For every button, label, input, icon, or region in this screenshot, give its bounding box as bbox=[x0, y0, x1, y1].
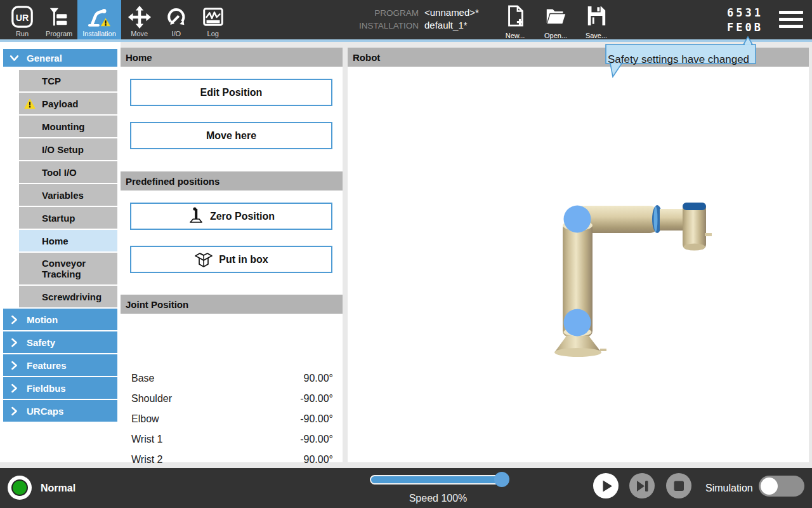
sidebar-item-tool-io[interactable]: Tool I/O bbox=[19, 161, 117, 183]
tab-installation[interactable]: Installation bbox=[77, 0, 121, 39]
speed-slider-handle[interactable] bbox=[494, 472, 509, 487]
tab-run-label: Run bbox=[16, 30, 29, 38]
joint-value: 90.00° bbox=[304, 454, 333, 465]
sidebar-item-screwdriving[interactable]: Screwdriving bbox=[19, 286, 117, 307]
topbar-accent-line bbox=[0, 39, 812, 42]
sidebar-section-fieldbus[interactable]: Fieldbus bbox=[3, 377, 117, 399]
chevron-right-icon bbox=[9, 314, 20, 325]
checksum-line1: 6531 bbox=[727, 6, 763, 20]
sidebar-item-variables[interactable]: Variables bbox=[19, 184, 117, 206]
file-info: PROGRAM <unnamed>* INSTALLATION default_… bbox=[353, 7, 479, 32]
robot-panel: Robot bbox=[348, 48, 809, 462]
speed-label: Speed 100% bbox=[370, 493, 506, 504]
joint-name: Shoulder bbox=[131, 393, 300, 404]
panel-header-joint-position: Joint Position bbox=[121, 295, 343, 314]
edit-position-button[interactable]: Edit Position bbox=[130, 79, 332, 106]
tab-log[interactable]: Log bbox=[195, 0, 232, 39]
tab-move[interactable]: Move bbox=[121, 0, 158, 39]
joint-row-wrist1: Wrist 1 -90.00° bbox=[121, 429, 343, 450]
file-actions: New... Open... bbox=[495, 4, 617, 39]
zero-position-button[interactable]: Zero Position bbox=[130, 203, 332, 230]
sidebar-item-io-setup[interactable]: I/O Setup bbox=[19, 138, 117, 160]
sidebar-item-conveyor-tracking[interactable]: Conveyor Tracking bbox=[19, 253, 117, 284]
open-button[interactable]: Open... bbox=[535, 4, 576, 39]
sidebar-section-motion[interactable]: Motion bbox=[3, 309, 117, 330]
checksum: 6531 FE0B bbox=[727, 6, 763, 35]
tab-program[interactable]: Program bbox=[41, 0, 77, 39]
joint-value: -90.00° bbox=[300, 434, 333, 445]
status-label: Normal bbox=[41, 468, 75, 508]
hamburger-icon bbox=[779, 11, 803, 14]
robot-3d-view bbox=[348, 67, 809, 465]
sidebar-section-general-label: General bbox=[27, 53, 62, 64]
sidebar: General TCP Payload Mounting I/O Setup T… bbox=[0, 42, 121, 462]
joint-row-shoulder: Shoulder -90.00° bbox=[121, 389, 343, 409]
warning-icon bbox=[24, 98, 36, 111]
base-joint-marker bbox=[564, 309, 591, 337]
chevron-right-icon bbox=[9, 406, 20, 417]
simulation-toggle[interactable] bbox=[759, 476, 804, 497]
new-button[interactable]: New... bbox=[495, 4, 535, 39]
new-file-icon bbox=[504, 4, 526, 30]
move-arrows-icon bbox=[128, 5, 152, 29]
tab-io[interactable]: I/O bbox=[158, 0, 195, 39]
joint-value: -90.00° bbox=[300, 413, 333, 425]
speed-slider[interactable] bbox=[370, 475, 506, 485]
joint-row-base: Base 90.00° bbox=[121, 368, 343, 389]
menu-button[interactable] bbox=[779, 11, 803, 32]
sidebar-section-general[interactable]: General bbox=[3, 49, 117, 67]
main-tabs: UR Run Program bbox=[4, 0, 232, 39]
sidebar-item-startup[interactable]: Startup bbox=[19, 207, 117, 229]
safety-tooltip: Safety settings have changed bbox=[608, 53, 749, 66]
status-indicator-icon[interactable] bbox=[8, 476, 32, 500]
chevron-right-icon bbox=[9, 360, 20, 371]
open-button-label: Open... bbox=[544, 32, 567, 39]
program-name: <unnamed>* bbox=[424, 7, 479, 18]
installation-label: INSTALLATION bbox=[353, 21, 419, 30]
panel-header-home: Home bbox=[121, 48, 343, 67]
joint-row-wrist2: Wrist 2 90.00° bbox=[121, 450, 343, 470]
program-tree-icon bbox=[47, 5, 71, 29]
play-icon bbox=[593, 473, 619, 498]
tab-program-label: Program bbox=[46, 30, 72, 38]
polyscope-app: UR Run Program bbox=[0, 0, 812, 508]
home-panel-title: Home bbox=[126, 52, 152, 63]
chevron-right-icon bbox=[9, 337, 20, 348]
tab-io-label: I/O bbox=[171, 30, 181, 38]
save-button[interactable]: Save... bbox=[576, 4, 617, 39]
sidebar-item-mounting[interactable]: Mounting bbox=[19, 116, 117, 137]
joint-name: Base bbox=[131, 373, 304, 384]
box-icon bbox=[194, 250, 213, 270]
joint-value: -90.00° bbox=[300, 393, 333, 404]
stop-button[interactable] bbox=[666, 473, 691, 498]
simulation-toggle-knob bbox=[761, 478, 778, 495]
sidebar-item-payload[interactable]: Payload bbox=[19, 93, 117, 114]
tab-move-label: Move bbox=[131, 30, 148, 38]
log-monitor-icon bbox=[201, 5, 225, 29]
chevron-right-icon bbox=[9, 383, 20, 394]
joint-name: Elbow bbox=[131, 413, 300, 425]
save-button-label: Save... bbox=[586, 32, 607, 39]
sidebar-section-safety[interactable]: Safety bbox=[3, 331, 117, 353]
put-in-box-button[interactable]: Put in box bbox=[130, 246, 332, 273]
joint-value: 90.00° bbox=[304, 373, 333, 384]
home-panel: Home Edit Position Move here Predefined … bbox=[121, 48, 343, 462]
sidebar-item-home[interactable]: Home bbox=[19, 230, 117, 251]
move-here-button[interactable]: Move here bbox=[130, 122, 332, 149]
bottombar: Normal Speed 100% Simulation bbox=[0, 468, 812, 508]
stop-icon bbox=[666, 473, 691, 498]
sidebar-section-urcaps[interactable]: URCaps bbox=[3, 400, 117, 422]
zero-position-robot-icon bbox=[188, 206, 204, 227]
tab-installation-label: Installation bbox=[82, 30, 116, 38]
tab-log-label: Log bbox=[207, 30, 219, 38]
joint-name: Wrist 2 bbox=[131, 454, 304, 465]
play-button[interactable] bbox=[593, 473, 619, 498]
sidebar-section-features[interactable]: Features bbox=[3, 354, 117, 376]
io-arrows-icon bbox=[164, 5, 188, 29]
installation-name: default_1* bbox=[424, 20, 468, 30]
svg-text:UR: UR bbox=[16, 13, 29, 23]
shoulder-joint-marker bbox=[564, 206, 591, 233]
tab-run[interactable]: UR Run bbox=[4, 0, 41, 39]
step-button[interactable] bbox=[629, 473, 655, 498]
sidebar-item-tcp[interactable]: TCP bbox=[19, 70, 117, 91]
